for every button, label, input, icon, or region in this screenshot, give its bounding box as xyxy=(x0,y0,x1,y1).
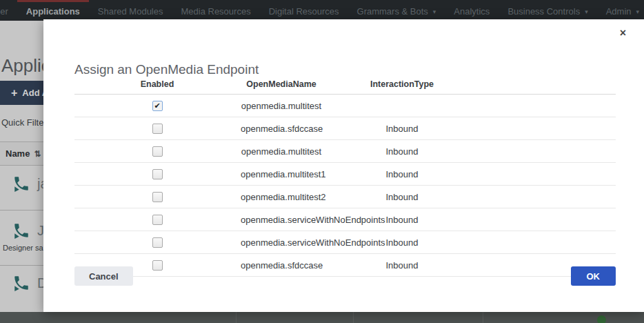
column-header-interactiontype: InteractionType xyxy=(323,75,481,95)
endpoint-table: Enabled OpenMediaName InteractionType ✔o… xyxy=(74,75,616,277)
interaction-type-cell: Inbound xyxy=(323,140,481,163)
openmedia-name-cell: openmedia.multitest xyxy=(240,95,323,117)
table-row: openmedia.multitestInbound xyxy=(74,140,616,163)
table-row: openmedia.sfdccaseInbound xyxy=(74,117,616,140)
column-header-spacer xyxy=(481,75,616,95)
enabled-checkbox[interactable] xyxy=(152,124,163,134)
interaction-type-cell: Inbound xyxy=(323,186,481,208)
table-row: openmedia.serviceWithNoEndpointsInbound xyxy=(74,231,616,254)
openmedia-name-cell: openmedia.multitest2 xyxy=(240,186,323,208)
spacer-cell xyxy=(481,231,616,254)
interaction-type-cell: Inbound xyxy=(323,163,481,186)
enabled-checkbox[interactable] xyxy=(152,237,163,248)
spacer-cell xyxy=(481,208,616,231)
enabled-checkbox[interactable] xyxy=(152,146,163,157)
openmedia-name-cell: openmedia.serviceWithNoEndpoints xyxy=(240,208,323,231)
enabled-checkbox[interactable] xyxy=(152,192,163,202)
enabled-checkbox[interactable]: ✔ xyxy=(152,101,163,111)
openmedia-name-cell: openmedia.multitest xyxy=(240,140,323,163)
openmedia-name-cell: openmedia.sfdccase xyxy=(240,117,323,140)
interaction-type-cell xyxy=(323,95,481,117)
table-row: ✔openmedia.multitest xyxy=(74,95,616,117)
column-header-openmedianame: OpenMediaName xyxy=(240,75,323,95)
table-header-row: Enabled OpenMediaName InteractionType xyxy=(74,75,616,95)
spacer-cell xyxy=(481,117,616,140)
enabled-checkbox[interactable] xyxy=(152,215,163,225)
openmedia-name-cell: openmedia.serviceWithNoEndpoints xyxy=(240,231,323,254)
ok-button[interactable]: OK xyxy=(571,266,616,286)
spacer-cell xyxy=(481,186,616,208)
enabled-checkbox[interactable] xyxy=(152,169,163,179)
modal-actions: Cancel OK xyxy=(74,266,616,286)
table-row: openmedia.multitest1Inbound xyxy=(74,163,616,186)
cancel-button[interactable]: Cancel xyxy=(74,266,133,286)
spacer-cell xyxy=(481,163,616,186)
close-icon[interactable]: × xyxy=(620,28,626,39)
spacer-cell xyxy=(481,95,616,117)
table-row: openmedia.multitest2Inbound xyxy=(74,186,616,208)
assign-endpoint-modal: × Assign an OpenMedia Endpoint Enabled O… xyxy=(43,19,644,312)
table-row: openmedia.serviceWithNoEndpointsInbound xyxy=(74,208,616,231)
column-header-enabled: Enabled xyxy=(74,75,240,95)
openmedia-name-cell: openmedia.multitest1 xyxy=(240,163,323,186)
interaction-type-cell: Inbound xyxy=(323,117,481,140)
spacer-cell xyxy=(481,140,616,163)
